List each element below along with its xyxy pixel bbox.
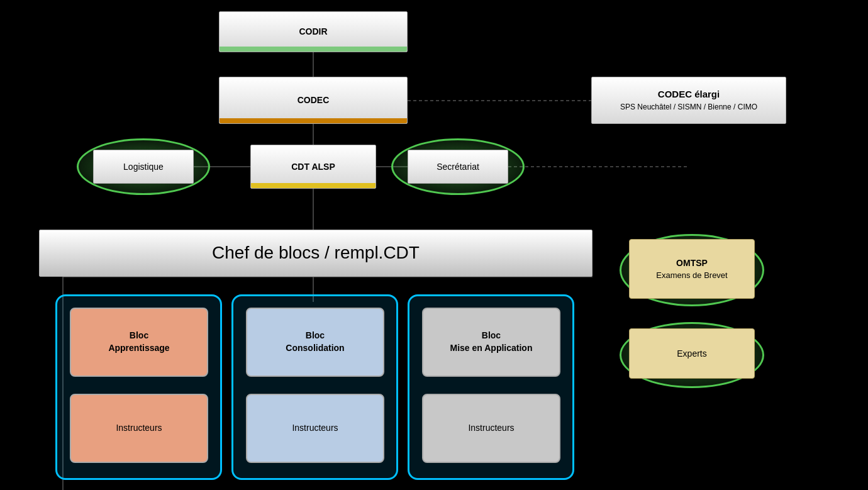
instructeurs3-box: Instructeurs [422,394,560,463]
bloc-mea-container: Bloc Mise en Application Instructeurs [408,294,574,480]
bloc-apprentissage-box: Bloc Apprentissage [70,308,208,377]
logistique-label: Logistique [123,161,164,172]
codir-stripe [220,47,407,52]
instructeurs1-label: Instructeurs [116,422,162,435]
codec-elargi-label1: CODEC élargi [658,88,720,101]
instructeurs3-label: Instructeurs [468,422,514,435]
chef-de-blocs-box: Chef de blocs / rempl.CDT [39,230,593,277]
codec-stripe [220,118,407,123]
cdt-stripe [251,183,376,188]
experts-box: Experts [629,328,755,379]
bloc-apprentissage-label: Bloc Apprentissage [108,330,169,354]
org-chart: CODIR CODEC CODEC élargi SPS Neuchâtel /… [0,0,868,490]
instructeurs2-label: Instructeurs [292,422,338,435]
omtsp-box: OMTSP Examens de Brevet [629,239,755,299]
codir-box: CODIR [219,11,408,52]
bloc-consolidation-label: Bloc Consolidation [286,330,344,354]
bloc-consolidation-box: Bloc Consolidation [246,308,384,377]
bloc-apprentissage-container: Bloc Apprentissage Instructeurs [55,294,222,480]
codec-elargi-label2: SPS Neuchâtel / SISMN / Bienne / CIMO [620,103,757,113]
secretariat-box: Secrétariat [408,150,508,184]
chef-de-blocs-label: Chef de blocs / rempl.CDT [212,242,420,264]
secretariat-label: Secrétariat [437,161,479,172]
cdt-label: CDT ALSP [291,161,335,172]
bloc-consolidation-container: Bloc Consolidation Instructeurs [231,294,398,480]
codec-box: CODEC [219,77,408,124]
experts-label: Experts [677,348,706,359]
logistique-box: Logistique [93,150,194,184]
omtsp-label1: OMTSP [676,258,708,268]
instructeurs1-box: Instructeurs [70,394,208,463]
instructeurs2-box: Instructeurs [246,394,384,463]
omtsp-label2: Examens de Brevet [656,270,727,280]
codec-label: CODEC [298,94,330,106]
bloc-mea-label: Bloc Mise en Application [450,330,533,354]
codir-label: CODIR [299,26,327,37]
codec-elargi-box: CODEC élargi SPS Neuchâtel / SISMN / Bie… [591,77,786,124]
bloc-mea-box: Bloc Mise en Application [422,308,560,377]
cdt-box: CDT ALSP [250,145,376,189]
